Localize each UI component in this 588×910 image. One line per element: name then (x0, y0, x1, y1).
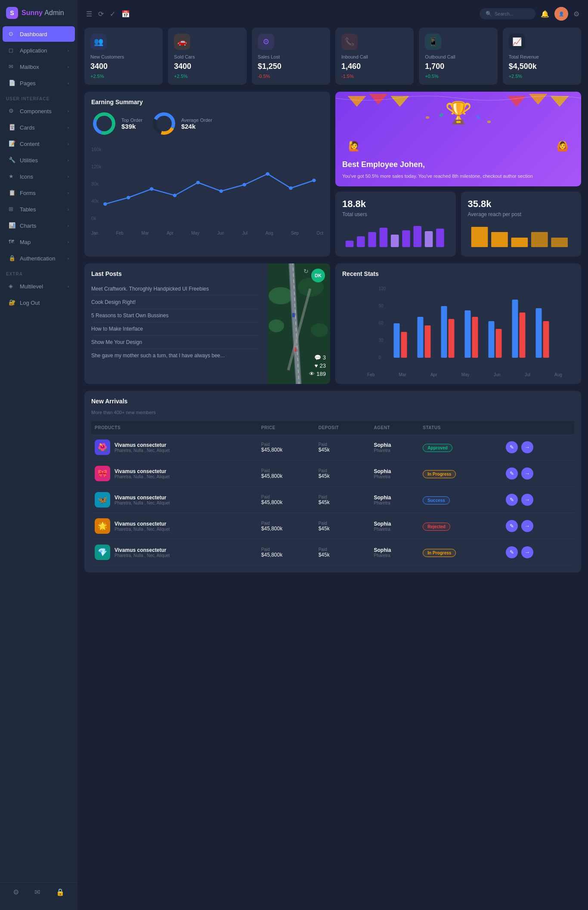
month-mar: Mar (141, 231, 149, 235)
svg-point-19 (173, 194, 177, 197)
refresh-icon[interactable]: ⟳ (98, 10, 104, 18)
svg-rect-38 (357, 236, 365, 247)
sidebar-item-utilities[interactable]: 🔧Utilities › (3, 152, 75, 168)
search-box[interactable]: 🔍 Search... (480, 8, 535, 19)
sidebar-item-forms[interactable]: 📋Forms › (3, 185, 75, 201)
edit-btn-2[interactable]: ✎ (506, 494, 518, 506)
trophy-icon: 🏆 (445, 100, 472, 125)
status-badge-3: Rejected (423, 523, 450, 531)
svg-rect-41 (391, 235, 399, 247)
table-row: 💎 Vivamus consectetur Pharetra, Nulla , … (91, 539, 574, 566)
product-name-2: Vivamus consectetur (115, 495, 170, 501)
svg-rect-37 (346, 241, 354, 247)
arrow-btn-3[interactable]: → (521, 520, 533, 532)
promo-text: You've got 50.5% more sales today. You'v… (342, 173, 574, 180)
footer-mail-icon[interactable]: ✉ (34, 888, 40, 896)
edit-btn-4[interactable]: ✎ (506, 546, 518, 558)
top-order-value: $39k (121, 123, 142, 130)
recent-stats-chart: 120 90 60 30 0 (355, 282, 574, 368)
svg-point-20 (196, 181, 200, 184)
sidebar-item-map[interactable]: 🗺Map › (3, 234, 75, 250)
deposit-cell-4: Paid $45k (315, 539, 371, 566)
svg-text:30: 30 (379, 338, 384, 343)
post-item-5[interactable]: Show Me Your Design (91, 336, 259, 349)
svg-rect-45 (436, 229, 444, 247)
post-item-4[interactable]: How to Make Interface (91, 322, 259, 336)
col-products: Products (91, 421, 258, 434)
month-aug: Aug (266, 231, 273, 235)
arrow-btn-1[interactable]: → (521, 467, 533, 480)
arrow-btn-2[interactable]: → (521, 494, 533, 506)
sidebar-item-content[interactable]: 📝Content › (3, 136, 75, 152)
sidebar-item-icons[interactable]: ★Icons › (3, 169, 75, 184)
chevron-icon: › (68, 65, 69, 69)
sidebar-item-tables[interactable]: ⊞Tables › (3, 201, 75, 217)
svg-rect-76 (489, 321, 495, 358)
notification-bell-icon[interactable]: 🔔 (541, 10, 549, 18)
logout-icon: 🔐 (9, 299, 15, 306)
footer-gear-icon[interactable]: ⚙ (13, 888, 19, 896)
footer-lock-icon[interactable]: 🔒 (56, 888, 65, 896)
logo-text: Sunny Admin (22, 9, 64, 17)
sales-lost-icon-wrap: ⚙ (258, 34, 274, 50)
sidebar-item-label: Pages (20, 80, 36, 87)
svg-rect-46 (471, 227, 488, 247)
post-item-3[interactable]: 5 Reasons to Start Own Bussines (91, 309, 259, 322)
sidebar-item-application[interactable]: ◻ Application › (3, 43, 75, 58)
search-icon: 🔍 (486, 11, 492, 17)
user-avatar[interactable]: 👤 (554, 7, 568, 21)
menu-icon[interactable]: ☰ (86, 10, 92, 18)
edit-btn-3[interactable]: ✎ (506, 520, 518, 532)
sidebar-item-logout[interactable]: 🔐Log Out (3, 295, 75, 310)
multilevel-icon: ◈ (9, 283, 15, 290)
chevron-icon: › (68, 81, 69, 86)
product-cell-2: 🦋 Vivamus consectetur Pharetra, Nulla , … (95, 492, 254, 508)
sidebar-item-label: Tables (20, 206, 36, 213)
calendar-icon[interactable]: 📅 (121, 10, 130, 18)
agent-cell-1: Sophia Pharetra (371, 461, 420, 487)
stats-row: 👥 New Customers 3400 +2.5% 🚗 Sold Cars 3… (84, 28, 581, 85)
svg-point-17 (127, 196, 130, 199)
sidebar-item-authentication[interactable]: 🔒Authentication › (3, 251, 75, 266)
status-badge-0: Approved (423, 444, 452, 452)
sidebar-item-label: Charts (20, 223, 36, 229)
line-chart-x-labels: Jan Feb Mar Apr May Jun Jul Aug Sep Oct (91, 229, 323, 237)
month-feb-label: Feb (367, 372, 374, 377)
inbound-icon-wrap: 📞 (341, 34, 358, 50)
chevron-icon: › (68, 48, 69, 53)
sales-lost-change: -0.5% (258, 74, 324, 79)
post-item-1[interactable]: Meet Craftwork. Thoroghly Handpicked UI … (91, 282, 259, 296)
sidebar-item-components[interactable]: ⚙Components › (3, 103, 75, 119)
post-item-6[interactable]: She gave my mother such a turn, that I h… (91, 349, 259, 362)
edit-btn-0[interactable]: ✎ (506, 441, 518, 453)
arrow-btn-4[interactable]: → (521, 546, 533, 558)
sidebar: S Sunny Admin ⊙ Dashboard ◻ Application … (0, 0, 77, 910)
sidebar-item-dashboard[interactable]: ⊙ Dashboard (3, 26, 75, 42)
sidebar-item-mailbox[interactable]: ✉ Mailbox › (3, 59, 75, 74)
svg-rect-56 (292, 313, 295, 317)
arrivals-table: Products Price Deposit Agent Status 🌺 Vi… (91, 421, 574, 566)
table-row: 🎀 Vivamus consectetur Pharetra, Nulla , … (91, 461, 574, 487)
post-refresh-icon[interactable]: ↻ (303, 268, 309, 275)
svg-point-22 (242, 183, 246, 186)
topbar-right: 🔍 Search... 🔔 👤 ⚙ (480, 7, 579, 21)
col-deposit: Deposit (315, 421, 371, 434)
check-icon[interactable]: ✓ (110, 10, 115, 18)
sidebar-item-multilevel[interactable]: ◈Multilevel › (3, 279, 75, 294)
svg-text:40k: 40k (91, 199, 99, 204)
sidebar-item-cards[interactable]: 🃏Cards › (3, 120, 75, 135)
settings-gear-icon[interactable]: ⚙ (573, 10, 579, 18)
svg-point-55 (311, 323, 328, 337)
arrow-btn-0[interactable]: → (521, 441, 533, 453)
month-aug-label: Aug (554, 372, 562, 377)
post-item-2[interactable]: Cook Design Right! (91, 296, 259, 309)
sidebar-item-pages[interactable]: 📄 Pages › (3, 75, 75, 91)
product-cell-0: 🌺 Vivamus consectetur Pharetra, Nulla , … (95, 440, 254, 455)
sidebar-item-label: Icons (20, 173, 33, 180)
chevron-icon: › (68, 142, 69, 146)
edit-btn-1[interactable]: ✎ (506, 467, 518, 480)
line-chart-container: 160k 120k 80k 40k 0k (91, 142, 323, 237)
sidebar-item-charts[interactable]: 📊Charts › (3, 218, 75, 233)
earning-title: Earning Summary (91, 99, 323, 105)
sidebar-footer: ⚙ ✉ 🔒 (0, 882, 77, 901)
